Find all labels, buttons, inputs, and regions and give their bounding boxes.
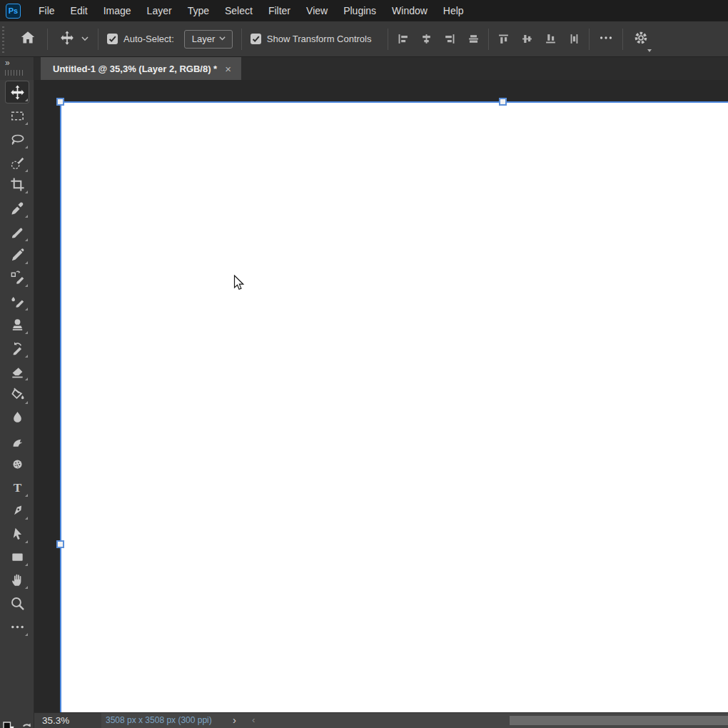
crop-tool[interactable] xyxy=(6,173,29,195)
swap-colors-icon[interactable] xyxy=(20,721,34,728)
menu-item-select[interactable]: Select xyxy=(217,0,261,21)
move-tool[interactable] xyxy=(6,81,29,103)
brush-tool[interactable] xyxy=(6,221,29,243)
mouse-cursor xyxy=(233,275,246,292)
status-expand-icon[interactable]: › xyxy=(233,713,236,727)
menu-item-view[interactable]: View xyxy=(298,0,335,21)
options-bar-grip[interactable] xyxy=(2,26,4,53)
distribute-horizontal-centers-icon[interactable] xyxy=(568,33,580,45)
align-buttons-group xyxy=(497,33,580,45)
pen-tool[interactable] xyxy=(6,500,29,521)
transform-handle-top-left[interactable] xyxy=(56,98,64,106)
menu-item-help[interactable]: Help xyxy=(435,0,472,21)
pencil-tool[interactable] xyxy=(6,244,29,266)
home-button[interactable] xyxy=(17,29,39,49)
options-bar: Auto-Select: Layer Show Transform Contro… xyxy=(0,21,728,57)
move-tool-preset-button[interactable] xyxy=(59,30,89,49)
menu-item-file[interactable]: File xyxy=(31,0,63,21)
color-replacement-tool[interactable] xyxy=(6,267,29,288)
lasso-tool[interactable] xyxy=(6,128,29,150)
svg-text:T: T xyxy=(13,480,21,494)
chevron-down-icon xyxy=(81,33,89,46)
photoshop-window: Ps FileEditImageLayerTypeSelectFilterVie… xyxy=(0,0,728,728)
auto-select-checkbox[interactable]: Auto-Select: xyxy=(107,34,174,44)
chevron-down-icon xyxy=(218,34,226,44)
canvas-area[interactable] xyxy=(34,80,728,712)
align-bottom-edges-icon[interactable] xyxy=(545,33,557,45)
document-tab[interactable]: Untitled-1 @ 35,3% (Layer 2, RGB/8) * × xyxy=(41,57,241,80)
transform-handle-top-center[interactable] xyxy=(499,98,507,106)
separator xyxy=(47,29,48,50)
menu-item-image[interactable]: Image xyxy=(96,0,139,21)
menu-item-filter[interactable]: Filter xyxy=(261,0,298,21)
tools-panel: T xyxy=(0,80,34,728)
eraser-tool[interactable] xyxy=(6,360,29,382)
layer-mode-dropdown[interactable]: Layer xyxy=(184,30,233,49)
edit-toolbar[interactable] xyxy=(6,616,29,637)
type-tool[interactable]: T xyxy=(6,477,29,498)
tools-panel-header: » xyxy=(0,57,34,80)
gear-icon xyxy=(632,29,649,49)
menu-item-type[interactable]: Type xyxy=(180,0,217,21)
move-icon xyxy=(59,30,75,49)
scroll-left-icon[interactable]: ‹ xyxy=(252,713,255,727)
tool-options-settings-button[interactable] xyxy=(632,29,650,49)
align-vertical-centers-icon[interactable] xyxy=(467,33,480,45)
rectangular-marquee-tool[interactable] xyxy=(6,105,29,126)
document-tab-title: Untitled-1 @ 35,3% (Layer 2, RGB/8) * xyxy=(53,64,217,74)
close-tab-icon[interactable]: × xyxy=(225,64,231,74)
align-top-edges-icon[interactable] xyxy=(497,33,510,45)
transform-bounds-top[interactable] xyxy=(60,101,728,103)
separator xyxy=(241,29,242,50)
smudge-tool[interactable] xyxy=(6,430,29,452)
mixer-brush-tool[interactable] xyxy=(6,290,29,312)
separator xyxy=(488,29,489,50)
home-icon xyxy=(19,29,36,49)
separator xyxy=(388,29,388,50)
distribute-vertical-centers-icon[interactable] xyxy=(521,33,533,45)
quick-selection-tool[interactable] xyxy=(6,152,29,173)
more-align-options-button[interactable] xyxy=(598,30,614,49)
photoshop-logo-icon[interactable]: Ps xyxy=(6,4,21,19)
sponge-tool[interactable] xyxy=(6,453,29,475)
menu-bar: Ps FileEditImageLayerTypeSelectFilterVie… xyxy=(0,0,728,21)
document-canvas[interactable] xyxy=(61,102,728,712)
default-colors-icon[interactable] xyxy=(1,720,17,728)
document-tab-bar: » Untitled-1 @ 35,3% (Layer 2, RGB/8) * … xyxy=(0,57,728,80)
transform-handle-middle-left[interactable] xyxy=(56,540,64,548)
align-right-edges-icon[interactable] xyxy=(444,33,456,45)
layer-mode-value: Layer xyxy=(192,34,216,44)
path-selection-tool[interactable] xyxy=(6,523,29,545)
show-transform-label: Show Transform Controls xyxy=(267,34,372,44)
menu-items: FileEditImageLayerTypeSelectFilterViewPl… xyxy=(31,0,472,21)
menu-item-plugins[interactable]: Plugins xyxy=(335,0,384,21)
transform-bounds-left[interactable] xyxy=(60,101,61,712)
rectangle-tool[interactable] xyxy=(6,546,29,567)
history-brush-tool[interactable] xyxy=(6,338,29,359)
clone-stamp-tool[interactable] xyxy=(6,314,29,335)
separator xyxy=(98,29,98,50)
show-transform-checkbox[interactable]: Show Transform Controls xyxy=(251,34,372,44)
separator xyxy=(589,29,590,50)
checkbox-checked-icon xyxy=(107,34,118,44)
status-bar: 35.3% 3508 px x 3508 px (300 ppi) › ‹ xyxy=(34,712,728,728)
separator xyxy=(622,29,623,50)
blur-tool[interactable] xyxy=(6,407,29,428)
align-left-edges-icon[interactable] xyxy=(397,33,409,45)
menu-item-window[interactable]: Window xyxy=(384,0,435,21)
logo-text: Ps xyxy=(9,6,18,15)
panel-grip[interactable] xyxy=(5,70,25,76)
document-info-text: 3508 px x 3508 px (300 ppi) xyxy=(106,713,212,728)
expand-panel-icon[interactable]: » xyxy=(0,57,34,68)
eyedropper-tool[interactable] xyxy=(6,198,29,219)
menu-item-edit[interactable]: Edit xyxy=(63,0,96,21)
align-horizontal-centers-icon[interactable] xyxy=(420,33,433,45)
menu-item-layer[interactable]: Layer xyxy=(139,0,180,21)
hand-tool[interactable] xyxy=(6,569,29,590)
checkbox-checked-icon xyxy=(251,34,261,44)
zoom-level-field[interactable]: 35.3% xyxy=(34,713,101,728)
align-buttons-group xyxy=(397,33,480,45)
paint-bucket-tool[interactable] xyxy=(6,384,29,405)
horizontal-scrollbar-thumb[interactable] xyxy=(510,716,728,725)
zoom-tool[interactable] xyxy=(6,592,29,614)
